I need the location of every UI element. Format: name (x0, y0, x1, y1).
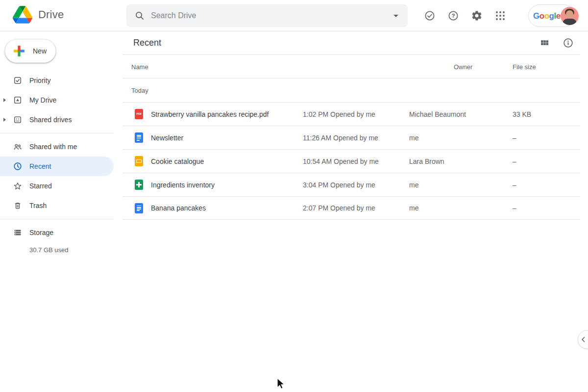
sheet-file-icon (135, 180, 143, 190)
expand-arrow-icon[interactable] (3, 118, 6, 122)
file-activity: 10:54 AM Opened by me (303, 157, 409, 165)
column-header-owner[interactable]: Owner (454, 55, 472, 78)
file-owner: me (409, 181, 513, 189)
storage-used-label: 30.7 GB used (29, 246, 118, 254)
file-size: – (513, 204, 580, 212)
info-icon[interactable] (563, 38, 573, 49)
avatar-body (563, 19, 577, 25)
file-row[interactable]: PDF Strawberry vanilla pancakes recipe.p… (122, 102, 580, 126)
file-owner: me (409, 134, 513, 142)
sidebar-nav: Priority My Drive (0, 71, 118, 254)
plus-icon (12, 44, 26, 58)
shared-with-me-icon (13, 142, 22, 151)
app-title: Drive (38, 8, 64, 21)
search-bar[interactable] (126, 4, 408, 27)
search-options-caret-icon[interactable] (393, 15, 398, 17)
star-icon (13, 182, 22, 190)
file-size: 33 KB (513, 110, 580, 118)
content-toolbar: Recent (122, 31, 580, 55)
recent-clock-icon (13, 162, 22, 171)
doc-file-icon (135, 203, 143, 213)
file-name: Strawberry vanilla pancakes recipe.pdf (151, 110, 269, 118)
drive-logo-area[interactable]: Drive (13, 6, 64, 24)
file-activity: 11:26 AM Opened by me (303, 134, 409, 142)
sidebar-item-priority[interactable]: Priority (0, 71, 114, 90)
my-drive-icon (13, 96, 22, 105)
offline-status-check-icon[interactable] (424, 10, 436, 22)
file-row[interactable]: Cookie catalogue 10:54 AM Opened by me L… (122, 149, 580, 173)
sidebar-item-trash[interactable]: Trash (0, 196, 114, 215)
sidebar-item-starred[interactable]: Starred (0, 176, 114, 196)
pdf-file-icon: PDF (135, 109, 143, 119)
file-activity: 3:04 PM Opened by me (303, 181, 409, 189)
sidebar-divider (0, 219, 114, 219)
main-content: Recent Name Owner (118, 31, 588, 392)
help-icon[interactable]: ? (447, 10, 459, 22)
storage-icon (13, 228, 22, 237)
file-name: Cookie catalogue (151, 157, 204, 165)
file-activity: 1:02 PM Opened by me (303, 110, 409, 118)
sidebar-item-my-drive[interactable]: My Drive (0, 90, 114, 110)
top-app-bar: Drive ? (0, 0, 588, 31)
file-owner: Michael Beaumont (409, 110, 513, 118)
google-drive-app: Drive ? (0, 0, 588, 392)
file-row[interactable]: Banana pancakes 2:07 PM Opened by me me … (122, 196, 580, 220)
google-apps-grid-icon[interactable] (494, 10, 506, 22)
file-size: – (513, 181, 580, 189)
expand-arrow-icon[interactable] (3, 98, 6, 102)
search-icon[interactable] (135, 11, 145, 21)
sidebar-divider (0, 133, 114, 133)
page-title[interactable]: Recent (133, 38, 161, 48)
topbar-actions: ? (424, 10, 506, 22)
file-row[interactable]: Ingredients inventory 3:04 PM Opened by … (122, 173, 580, 196)
file-owner: Lara Brown (409, 157, 513, 165)
avatar-face (566, 10, 573, 18)
file-name: Ingredients inventory (151, 181, 215, 189)
doc-file-icon (135, 132, 143, 143)
settings-gear-icon[interactable] (471, 10, 483, 22)
new-button[interactable]: New (5, 39, 56, 63)
file-activity: 2:07 PM Opened by me (303, 204, 409, 212)
sidebar-item-shared-drives[interactable]: Shared drives (0, 110, 114, 130)
column-header-name[interactable]: Name (131, 55, 148, 78)
file-size: – (513, 157, 580, 165)
file-name: Banana pancakes (151, 204, 206, 212)
svg-text:?: ? (451, 13, 455, 19)
file-list: PDF Strawberry vanilla pancakes recipe.p… (118, 102, 588, 220)
file-size: – (513, 134, 580, 142)
trash-icon (13, 201, 22, 210)
google-account-badge[interactable]: Google (528, 4, 575, 27)
file-owner: me (409, 204, 513, 212)
sidebar-item-shared-with-me[interactable]: Shared with me (0, 137, 114, 157)
slide-file-icon (135, 156, 143, 166)
priority-icon (13, 76, 22, 85)
sidebar-item-recent[interactable]: Recent (0, 157, 114, 176)
column-header-file-size[interactable]: File size (513, 55, 536, 78)
sidebar-item-storage[interactable]: Storage (0, 223, 114, 242)
sidebar: New Priority (0, 31, 118, 392)
google-logo: Google (533, 12, 561, 20)
file-row[interactable]: Newsletter 11:26 AM Opened by me me – (122, 126, 580, 149)
file-name: Newsletter (151, 134, 183, 142)
search-input[interactable] (151, 11, 393, 20)
shared-drives-icon (13, 115, 22, 124)
section-header-today: Today (122, 78, 580, 102)
account-avatar[interactable] (561, 7, 579, 25)
list-column-headers: Name Owner File size (122, 55, 580, 78)
new-button-label: New (33, 47, 47, 55)
drive-logo-icon (13, 6, 32, 24)
grid-view-icon[interactable] (539, 38, 550, 49)
